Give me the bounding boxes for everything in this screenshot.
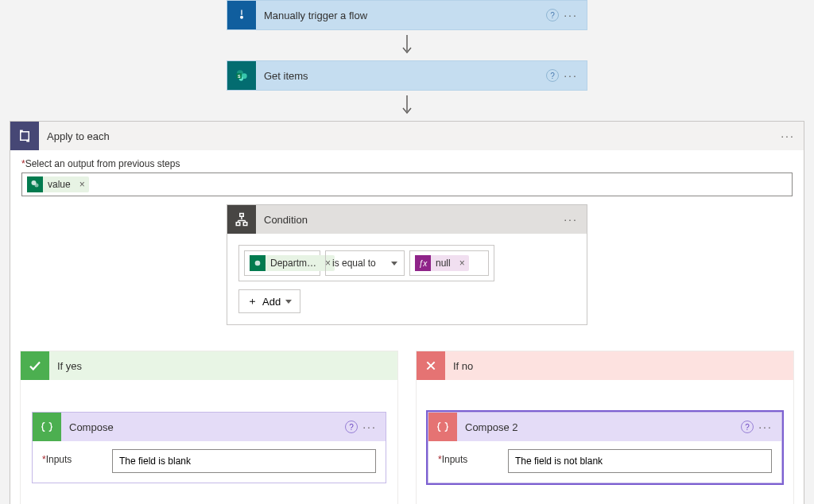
inputs-label: *Inputs	[438, 449, 494, 465]
svg-text:S: S	[238, 74, 241, 79]
svg-rect-14	[243, 223, 247, 226]
condition-left-operand[interactable]: Departm… ×	[244, 250, 320, 276]
compose-icon	[428, 413, 457, 441]
svg-rect-9	[21, 132, 29, 141]
compose-title: Compose	[61, 421, 343, 433]
more-menu[interactable]: ···	[561, 213, 580, 226]
apply-to-each-container: Apply to each ··· *Select an output from…	[10, 121, 804, 504]
sharepoint-icon: S	[227, 61, 256, 90]
add-condition-button[interactable]: ＋ Add	[238, 289, 300, 313]
arrow-connector	[0, 91, 814, 121]
fx-icon: ƒx	[415, 255, 431, 271]
arrow-connector	[0, 30, 814, 60]
svg-rect-12	[240, 214, 244, 217]
department-token[interactable]: Departm… ×	[250, 255, 335, 271]
more-menu[interactable]: ···	[360, 421, 379, 433]
more-menu[interactable]: ···	[561, 9, 580, 21]
compose-2-inputs-field[interactable]	[508, 449, 772, 473]
get-items-card[interactable]: S Get items ? ···	[227, 60, 587, 91]
svg-rect-1	[241, 10, 242, 15]
cross-icon	[417, 351, 445, 380]
help-icon[interactable]: ?	[544, 9, 561, 22]
sharepoint-token-icon	[250, 255, 266, 271]
if-yes-header[interactable]: If yes	[21, 351, 397, 380]
value-token[interactable]: value ×	[27, 176, 89, 192]
svg-point-11	[35, 184, 39, 188]
output-field-label: *Select an output from previous steps	[21, 158, 793, 169]
compose-2-title: Compose 2	[457, 421, 738, 433]
sharepoint-token-icon	[27, 176, 43, 192]
trigger-icon	[227, 1, 256, 29]
apply-to-each-title: Apply to each	[39, 130, 778, 142]
condition-title: Condition	[256, 214, 561, 226]
more-menu[interactable]: ···	[778, 130, 797, 142]
condition-right-operand[interactable]: ƒx null ×	[409, 250, 489, 276]
trigger-card[interactable]: Manually trigger a flow ? ···	[227, 0, 587, 30]
help-icon[interactable]: ?	[343, 421, 360, 434]
check-icon	[21, 351, 49, 380]
svg-point-19	[255, 261, 261, 266]
chevron-down-icon	[391, 262, 397, 266]
condition-icon	[227, 205, 256, 234]
get-items-title: Get items	[256, 70, 544, 82]
if-no-branch: If no Compose 2 ? ··· *Inputs	[416, 351, 794, 504]
more-menu[interactable]: ···	[756, 421, 775, 433]
fx-null-token[interactable]: ƒx null ×	[415, 255, 469, 271]
compose-icon	[33, 413, 61, 441]
trigger-title: Manually trigger a flow	[256, 10, 544, 21]
compose-card[interactable]: Compose ? ··· *Inputs	[32, 412, 386, 483]
svg-rect-13	[236, 223, 240, 226]
if-yes-branch: If yes Compose ? ··· *Inputs	[20, 351, 398, 504]
output-input[interactable]: value ×	[21, 173, 793, 196]
apply-to-each-header[interactable]: Apply to each ···	[10, 122, 804, 150]
condition-header[interactable]: Condition ···	[227, 205, 587, 234]
more-menu[interactable]: ···	[561, 69, 580, 82]
help-icon[interactable]: ?	[738, 421, 756, 434]
svg-point-0	[240, 16, 243, 19]
condition-card: Condition ··· Departm… ×	[227, 204, 587, 325]
compose-inputs-field[interactable]	[112, 449, 376, 473]
compose-2-card[interactable]: Compose 2 ? ··· *Inputs	[428, 412, 782, 483]
condition-operator-select[interactable]: is equal to	[325, 250, 405, 276]
remove-token-icon[interactable]: ×	[76, 179, 89, 190]
if-no-header[interactable]: If no	[417, 351, 793, 380]
inputs-label: *Inputs	[42, 449, 98, 465]
help-icon[interactable]: ?	[544, 69, 561, 83]
chevron-down-icon	[285, 300, 292, 304]
remove-token-icon[interactable]: ×	[455, 258, 469, 269]
loop-icon	[10, 122, 39, 150]
plus-icon: ＋	[247, 294, 258, 308]
